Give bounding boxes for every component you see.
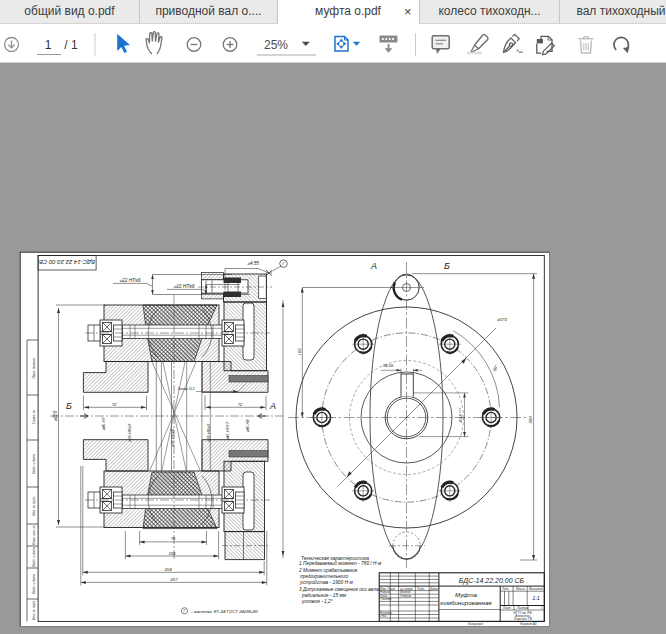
- svg-text:Справ. №: Справ. №: [32, 409, 36, 424]
- svg-text:Дата: Дата: [429, 587, 438, 591]
- svg-text:⌀10 Н7/к6: ⌀10 Н7/к6: [173, 284, 194, 289]
- svg-text:Лист: Лист: [502, 606, 511, 610]
- svg-text:Б: Б: [66, 401, 72, 411]
- svg-text:Б: Б: [444, 261, 450, 271]
- svg-text:БДС-14.22.20.00 СБ: БДС-14.22.20.00 СБ: [39, 259, 95, 265]
- svg-text:1:1: 1:1: [532, 595, 540, 601]
- svg-text:⌀35 Н8/к9: ⌀35 Н8/к9: [127, 423, 132, 442]
- svg-text:устройства - 1900 Н·м: устройства - 1900 Н·м: [299, 579, 354, 585]
- svg-text:радиальное - 15 мм: радиальное - 15 мм: [301, 593, 347, 598]
- svg-text:14,05: 14,05: [383, 363, 394, 368]
- svg-text:комбинированная: комбинированная: [440, 599, 492, 606]
- svg-text:А: А: [269, 401, 276, 411]
- svg-text:Подп. и дата: Подп. и дата: [32, 547, 36, 567]
- svg-text:Г: Г: [282, 261, 285, 266]
- svg-text:72: 72: [112, 402, 117, 407]
- svg-text:Зазор 0,1: Зазор 0,1: [177, 386, 195, 391]
- svg-text:Т.контр.: Т.контр.: [380, 597, 392, 601]
- svg-text:Лит.: Лит.: [501, 587, 509, 591]
- svg-text:Перв. примен.: Перв. примен.: [32, 357, 36, 378]
- svg-text:⌀45 Н8: ⌀45 Н8: [245, 419, 250, 433]
- svg-text:72: 72: [238, 402, 243, 407]
- svg-text:300: 300: [528, 416, 533, 424]
- svg-text:Взам. инв. №: Взам. инв. №: [32, 525, 36, 545]
- svg-text:Кафедра ТМ: Кафедра ТМ: [514, 617, 532, 621]
- svg-text:Подп. и дата: Подп. и дата: [32, 574, 36, 594]
- svg-text:Г: Г: [183, 608, 186, 613]
- svg-text:Петров: Петров: [400, 594, 412, 598]
- svg-text:1: 1: [541, 606, 543, 610]
- svg-text:БДС-14.22.20.00 СБ: БДС-14.22.20.00 СБ: [459, 577, 525, 585]
- svg-text:⌀170: ⌀170: [497, 317, 508, 322]
- svg-text:Формат A3: Формат A3: [520, 622, 537, 626]
- svg-text:- заклепки ЭТ-34 ГОСТ 24285-80: - заклепки ЭТ-34 ГОСТ 24285-80: [191, 609, 258, 614]
- svg-text:4,68⁺⁰·¹: 4,68⁺⁰·¹: [458, 407, 463, 422]
- svg-text:Инв. № дубл.: Инв. № дубл.: [32, 496, 36, 516]
- svg-text:Муфта: Муфта: [455, 591, 478, 598]
- svg-text:Масса: Масса: [516, 587, 525, 591]
- svg-text:⌀4.55: ⌀4.55: [247, 261, 259, 266]
- svg-text:76: 76: [171, 536, 176, 541]
- svg-text:угловое - 1,2°: угловое - 1,2°: [301, 599, 333, 604]
- svg-text:Утв.: Утв.: [380, 614, 387, 618]
- svg-text:25%: 25%: [264, 38, 288, 52]
- svg-text:Техническая характеристика: Техническая характеристика: [301, 556, 369, 561]
- svg-text:207: 207: [170, 577, 179, 582]
- svg-text:2 Момент срабатывания: 2 Момент срабатывания: [298, 568, 358, 573]
- svg-text:Инв. № подл.: Инв. № подл.: [32, 600, 36, 620]
- svg-text:1 Передаваемый момент - 780 /: 1 Передаваемый момент - 780 / Н·м: [299, 560, 382, 566]
- svg-text:1: 1: [45, 38, 52, 52]
- svg-text:60°: 60°: [492, 364, 499, 372]
- svg-text:⌀35 Н8/к9: ⌀35 Н8/к9: [206, 423, 211, 442]
- svg-text:Подп.: Подп.: [417, 587, 425, 591]
- svg-text:А: А: [370, 261, 377, 271]
- svg-text:204: 204: [164, 567, 173, 572]
- svg-text:⌀45 Н7: ⌀45 Н7: [101, 417, 106, 431]
- svg-text:165: 165: [297, 348, 302, 356]
- svg-text:⌀45 Н7/Г7: ⌀45 Н7/Г7: [225, 421, 230, 440]
- svg-text:⌀22 Н7/к6: ⌀22 Н7/к6: [119, 278, 140, 283]
- svg-text:⌀150: ⌀150: [53, 410, 58, 421]
- svg-text:предохранительного: предохранительного: [300, 574, 349, 579]
- svg-text:106: 106: [169, 551, 177, 556]
- svg-text:3 Допускаемые смещения оси вал: 3 Допускаемые смещения оси вала: [299, 587, 379, 592]
- svg-text:Подп. и дата: Подп. и дата: [32, 454, 36, 474]
- svg-text:Копировал: Копировал: [468, 622, 483, 626]
- svg-text:Масштаб: Масштаб: [529, 587, 543, 591]
- svg-text:⌀35 Н7/к6: ⌀35 Н7/к6: [170, 428, 175, 447]
- svg-text:/ 1: / 1: [64, 38, 78, 52]
